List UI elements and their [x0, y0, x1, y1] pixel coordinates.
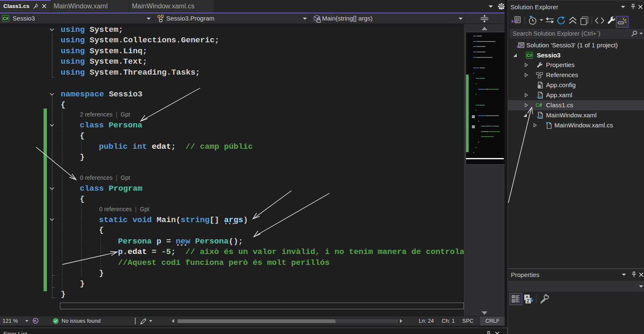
svg-text:C#: C#	[527, 53, 532, 58]
svg-text:C#: C#	[3, 16, 8, 21]
svg-text:Z: Z	[527, 299, 529, 303]
